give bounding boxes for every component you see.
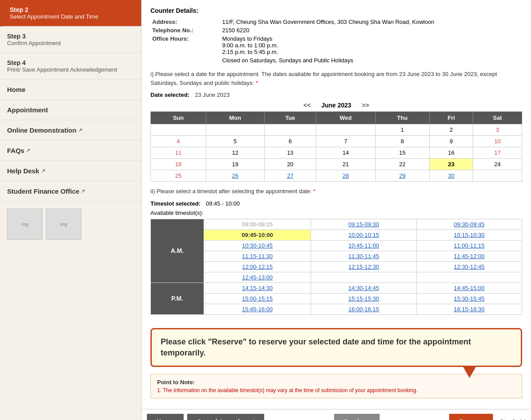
timeslot-cell[interactable]: 16:15-16:30 xyxy=(416,304,522,314)
sidebar-item-help-desk[interactable]: Help Desk ↗ xyxy=(0,161,141,181)
calendar-day: 6 xyxy=(264,136,316,147)
calendar-day[interactable]: 30 xyxy=(429,170,473,182)
cancel-amendment-button[interactable]: Cancel Amendment xyxy=(187,414,264,420)
step2-number: Step 2 xyxy=(10,6,134,13)
timeslot-cell[interactable]: 11:15-11:30 xyxy=(204,251,311,261)
calendar-day[interactable]: 29 xyxy=(375,170,429,182)
calendar-day: 25 xyxy=(151,170,206,182)
calendar-day[interactable]: 23 xyxy=(429,159,473,170)
available-timeslot-label: Available timeslot(s): xyxy=(150,210,522,216)
sidebar-item-online-demo[interactable]: Online Demonstration ↗ xyxy=(0,120,141,141)
cal-header-sat: Sat xyxy=(473,112,522,124)
timeslot-cell[interactable]: 10:00-10:15 xyxy=(311,229,416,240)
calendar-month: June 2023 xyxy=(321,102,351,109)
calendar-prev-btn[interactable]: << xyxy=(304,102,311,109)
closed-note: Closed on Saturdays, Sundays and Public … xyxy=(220,56,522,65)
sidebar-item-faqs[interactable]: FAQs ↗ xyxy=(0,141,141,161)
calendar-nav: << June 2023 >> xyxy=(150,102,522,109)
previous-button[interactable]: Previous xyxy=(334,414,380,420)
calendar-day: 18 xyxy=(151,159,206,170)
cal-header-wed: Wed xyxy=(316,112,375,124)
timeslot-cell[interactable]: 09:30-09:45 xyxy=(416,219,522,229)
timeslot-cell[interactable]: 12:00-12:15 xyxy=(204,261,311,272)
sidebar-item-appointment[interactable]: Appointment xyxy=(0,100,141,120)
main-content: Counter Details: Address: 11/F, Cheung S… xyxy=(142,0,531,409)
calendar-day: 19 xyxy=(206,159,264,170)
step2-item[interactable]: Step 2 Select Appointment Date and Time xyxy=(0,0,141,27)
calendar-day: 11 xyxy=(151,147,206,159)
timeslot-cell[interactable]: 15:00-15:15 xyxy=(204,293,311,304)
reserve-button[interactable]: Reserve xyxy=(449,414,493,420)
cal-header-mon: Mon xyxy=(206,112,264,124)
counter-title: Counter Details: xyxy=(150,7,522,14)
sidebar-images: img img xyxy=(0,202,141,247)
calendar-table: SunMonTueWedThuFriSat 123456789101112131… xyxy=(150,111,522,182)
sidebar-nav: Home Appointment Online Demonstration ↗ … xyxy=(0,80,141,202)
timeslot-cell[interactable]: 15:30-15:45 xyxy=(416,293,522,304)
timeslot-cell[interactable]: 11:45-12:00 xyxy=(416,251,522,261)
timeslot-cell[interactable]: 14:15-14:30 xyxy=(204,283,311,293)
main-content-area: Counter Details: Address: 11/F, Cheung S… xyxy=(142,0,531,420)
timeslot-cell[interactable]: 14:45-15:00 xyxy=(416,283,522,293)
step4-item[interactable]: Step 4 Print/ Save Appointment Acknowled… xyxy=(0,53,141,80)
calendar-day: 4 xyxy=(151,136,206,147)
calendar-day: 21 xyxy=(316,159,375,170)
address-value: 11/F, Cheung Sha Wan Government Offices,… xyxy=(220,18,522,26)
address-label: Address: xyxy=(150,18,220,26)
step4-number: Step 4 xyxy=(7,59,134,66)
telephone-value: 2150 6220 xyxy=(220,26,522,34)
calendar-day: 7 xyxy=(316,136,375,147)
note-item1: 1. The information on the available time… xyxy=(157,387,516,393)
timeslot-cell[interactable]: 12:45-13:00 xyxy=(204,272,311,283)
external-link-icon: ↗ xyxy=(41,168,45,174)
calendar-day: 8 xyxy=(375,136,429,147)
timeslot-cell[interactable]: 11:00-11:15 xyxy=(416,240,522,251)
sidebar-item-student-finance[interactable]: Student Finance Office ↗ xyxy=(0,181,141,202)
calendar-day: 12 xyxy=(206,147,264,159)
timeslot-cell[interactable]: 10:30-10:45 xyxy=(204,240,311,251)
tooltip-box: Please click "Reserve" to reserve your s… xyxy=(150,328,522,367)
timeslot-selected-label: Timeslot selected: xyxy=(150,200,200,207)
timeslot-cell[interactable]: 14:30-14:45 xyxy=(311,283,416,293)
timeslot-cell xyxy=(416,272,522,283)
tooltip-arrow xyxy=(462,366,477,378)
timeslot-cell[interactable]: 09:45-10:00 xyxy=(204,229,311,240)
calendar-day: 17 xyxy=(473,147,522,159)
calendar-day: 13 xyxy=(264,147,316,159)
timeslot-cell[interactable]: 12:30-12:45 xyxy=(416,261,522,272)
timeslot-cell[interactable]: 11:30-11:45 xyxy=(311,251,416,261)
period-cell-am.: A.M. xyxy=(151,219,204,283)
calendar-day[interactable]: 28 xyxy=(316,170,375,182)
calendar-day: 5 xyxy=(206,136,264,147)
step3-item[interactable]: Step 3 Confirm Appointment xyxy=(0,27,141,53)
office-hours-label: Office Hours: xyxy=(150,34,220,56)
date-selected-label: Date selected: xyxy=(150,92,189,98)
calendar-day xyxy=(473,170,522,182)
calendar-day: 22 xyxy=(375,159,429,170)
timeslot-cell[interactable]: 16:00-16:15 xyxy=(311,304,416,314)
timeslot-cell[interactable]: 09:15-09:30 xyxy=(311,219,416,229)
sidebar-item-home[interactable]: Home xyxy=(0,80,141,100)
calendar-day[interactable]: 27 xyxy=(264,170,316,182)
calendar-day: 2 xyxy=(429,124,473,136)
timeslot-cell[interactable]: 15:15-15:30 xyxy=(311,293,416,304)
timeslot-table: A.M.09:00-09:1509:15-09:3009:30-09:4509:… xyxy=(150,219,522,315)
step3-title: Confirm Appointment xyxy=(7,40,134,46)
counter-details: Counter Details: Address: 11/F, Cheung S… xyxy=(150,7,522,65)
timeslot-cell[interactable]: 10:15-10:30 xyxy=(416,229,522,240)
period-cell-pm.: P.M. xyxy=(151,283,204,314)
timeslot-cell[interactable]: 10:45-11:00 xyxy=(311,240,416,251)
calendar-next-btn[interactable]: >> xyxy=(362,102,369,109)
step4-title: Print/ Save Appointment Acknowledgement xyxy=(7,66,134,73)
timeslot-instruction: ii) Please select a timeslot after selec… xyxy=(150,187,522,196)
home-button[interactable]: Home xyxy=(147,414,184,420)
calendar-day: 14 xyxy=(316,147,375,159)
sidebar-image-2: img xyxy=(46,209,81,240)
timeslot-cell: 09:00-09:15 xyxy=(204,219,311,229)
calendar-day: 10 xyxy=(473,136,522,147)
timeslot-cell[interactable]: 15:45-16:00 xyxy=(204,304,311,314)
timeslot-cell[interactable]: 12:15-12:30 xyxy=(311,261,416,272)
calendar-day[interactable]: 26 xyxy=(206,170,264,182)
calendar-day: 24 xyxy=(473,159,522,170)
cal-header-fri: Fri xyxy=(429,112,473,124)
